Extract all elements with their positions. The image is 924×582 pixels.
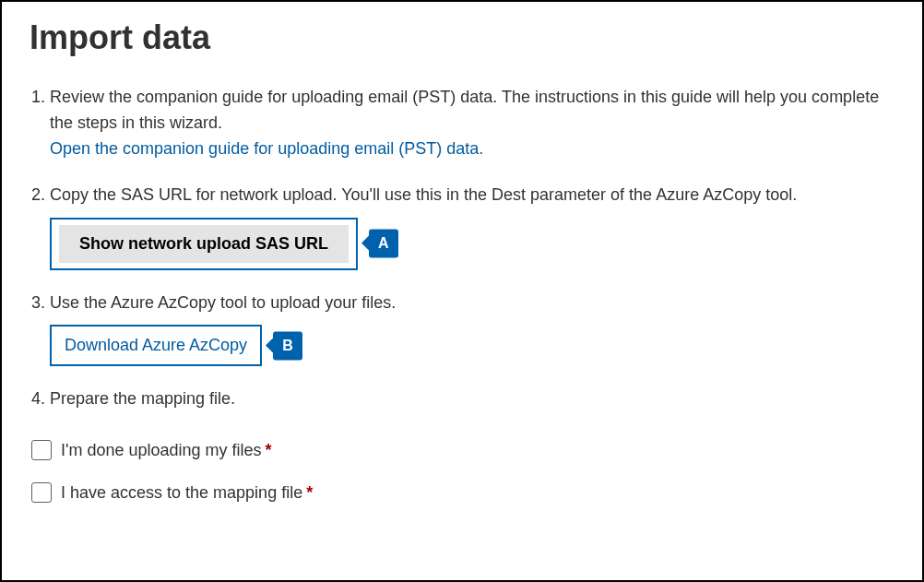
download-azcopy-button[interactable]: Download Azure AzCopy bbox=[59, 332, 253, 359]
done-uploading-checkbox[interactable] bbox=[31, 440, 52, 460]
azcopy-highlight-box: Download Azure AzCopy B bbox=[50, 325, 262, 366]
checkbox-row-mapping-access: I have access to the mapping file * bbox=[31, 482, 894, 503]
sas-url-highlight-box: Show network upload SAS URL A bbox=[50, 218, 358, 270]
step-3-text: Use the Azure AzCopy tool to upload your… bbox=[50, 293, 396, 312]
checkbox-section: I'm done uploading my files * I have acc… bbox=[30, 440, 894, 503]
step-2-text: Copy the SAS URL for network upload. You… bbox=[50, 185, 797, 204]
companion-guide-link[interactable]: Open the companion guide for uploading e… bbox=[50, 139, 483, 158]
callout-b: B bbox=[273, 332, 302, 361]
steps-list: Review the companion guide for uploading… bbox=[30, 85, 894, 412]
step-1: Review the companion guide for uploading… bbox=[50, 85, 894, 162]
required-mark-2: * bbox=[306, 483, 313, 503]
page-title: Import data bbox=[30, 18, 894, 57]
checkbox-row-done-uploading: I'm done uploading my files * bbox=[31, 440, 894, 460]
required-mark: * bbox=[266, 441, 272, 460]
step-4: Prepare the mapping file. bbox=[50, 386, 894, 412]
done-uploading-label[interactable]: I'm done uploading my files bbox=[61, 441, 262, 460]
step-1-text: Review the companion guide for uploading… bbox=[50, 88, 879, 132]
step-2: Copy the SAS URL for network upload. You… bbox=[50, 183, 894, 270]
step-3: Use the Azure AzCopy tool to upload your… bbox=[50, 291, 894, 367]
show-sas-url-button[interactable]: Show network upload SAS URL bbox=[59, 225, 349, 263]
callout-a: A bbox=[369, 230, 398, 258]
mapping-access-label[interactable]: I have access to the mapping file bbox=[61, 483, 302, 503]
step-4-text: Prepare the mapping file. bbox=[50, 389, 235, 408]
mapping-access-checkbox[interactable] bbox=[31, 482, 52, 503]
import-data-panel: Import data Review the companion guide f… bbox=[0, 0, 924, 582]
